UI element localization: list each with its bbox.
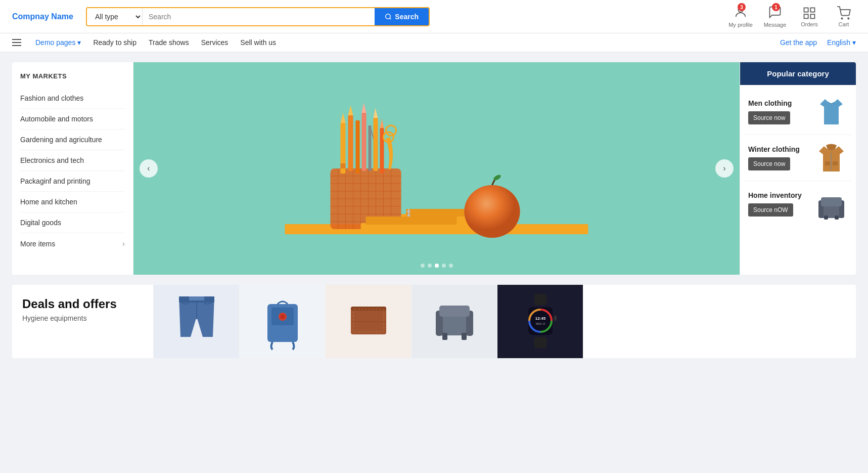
company-name[interactable]: Compnay Name — [12, 12, 78, 21]
nav-get-app[interactable]: Get the app — [780, 38, 817, 47]
carousel-prev-button[interactable]: ‹ — [140, 159, 158, 178]
carousel-dot-5[interactable] — [449, 264, 453, 268]
svg-rect-5 — [804, 14, 808, 18]
svg-rect-66 — [189, 296, 204, 300]
orders-icon — [802, 6, 816, 20]
popular-item-men-clothing: Men clothing Source now — [744, 89, 852, 135]
deal-product-chair[interactable] — [412, 285, 497, 358]
carousel-dot-2[interactable] — [428, 264, 432, 268]
popular-items-list: Men clothing Source now — [740, 85, 856, 231]
svg-rect-72 — [351, 307, 386, 311]
cart-icon — [837, 6, 851, 20]
men-clothing-name: Men clothing — [748, 99, 792, 107]
deals-header: Deals and offers Hygiene equipments — [12, 285, 154, 358]
market-item-home-kitchen[interactable]: Home and kitchen — [20, 192, 125, 212]
nav-sell-with-us[interactable]: Sell with us — [240, 38, 276, 47]
svg-point-0 — [386, 14, 390, 18]
svg-rect-78 — [439, 306, 470, 317]
deals-section: Deals and offers Hygiene equipments — [12, 285, 856, 358]
market-item-automobile[interactable]: Automobile and motors — [20, 109, 125, 130]
home-inventory-image — [815, 186, 848, 222]
markets-sidebar: MY MARKETS Fashion and clothes Automobil… — [12, 62, 133, 275]
profile-badge: 3 — [738, 3, 746, 11]
svg-rect-56 — [825, 161, 830, 165]
svg-rect-57 — [833, 161, 838, 165]
market-item-more[interactable]: More items › — [20, 233, 125, 254]
nav-language[interactable]: English ▾ — [827, 38, 856, 47]
svg-rect-75 — [438, 314, 471, 335]
svg-point-7 — [841, 18, 842, 19]
svg-rect-4 — [810, 8, 814, 12]
svg-rect-82 — [534, 337, 546, 348]
markets-title: MY MARKETS — [20, 72, 125, 80]
cart-button[interactable]: Cart — [832, 6, 856, 27]
hamburger-menu[interactable] — [12, 39, 21, 46]
nav-demo-pages[interactable]: Demo pages ▾ — [35, 38, 81, 47]
winter-clothing-name: Winter clothing — [748, 145, 800, 153]
header: Compnay Name All type Search 3 My profil… — [0, 0, 868, 33]
message-button[interactable]: 1 Message — [763, 5, 787, 28]
carousel-dots — [421, 264, 453, 268]
carousel-dot-3[interactable] — [435, 264, 439, 268]
market-item-fashion[interactable]: Fashion and clothes — [20, 88, 125, 109]
deal-product-watch[interactable]: 12:45 WED 14 — [497, 285, 583, 358]
svg-rect-39 — [341, 163, 346, 168]
deals-title: Deals and offers — [22, 297, 143, 311]
search-button[interactable]: Search — [375, 8, 429, 25]
deals-products: 12:45 WED 14 — [154, 285, 583, 358]
svg-rect-88 — [554, 316, 557, 321]
svg-rect-63 — [835, 216, 839, 220]
svg-rect-80 — [462, 333, 467, 340]
svg-rect-79 — [442, 333, 447, 340]
top-section: MY MARKETS Fashion and clothes Automobil… — [12, 62, 856, 275]
winter-clothing-source-button[interactable]: Source now — [748, 157, 790, 170]
search-bar: All type Search — [86, 7, 430, 26]
svg-point-70 — [280, 314, 285, 319]
nav-services[interactable]: Services — [201, 38, 229, 47]
orders-button[interactable]: Orders — [797, 6, 821, 27]
market-item-packaging[interactable]: Packaginf and printing — [20, 171, 125, 192]
popular-item-winter-clothing: Winter clothing Source now — [744, 135, 852, 181]
svg-rect-61 — [821, 197, 842, 206]
deal-product-jeans[interactable] — [154, 285, 240, 358]
svg-rect-6 — [810, 14, 814, 18]
nav-right: Get the app English ▾ — [780, 38, 856, 47]
deal-product-wallet[interactable] — [326, 285, 412, 358]
svg-text:12:45: 12:45 — [535, 316, 545, 321]
svg-point-19 — [465, 185, 520, 238]
market-item-electronics[interactable]: Electronics and tech — [20, 150, 125, 171]
svg-rect-42 — [356, 120, 360, 174]
svg-rect-81 — [534, 294, 546, 305]
main-content: MY MARKETS Fashion and clothes Automobil… — [0, 52, 868, 368]
carousel-next-button[interactable]: › — [715, 159, 734, 178]
men-clothing-image — [815, 94, 848, 130]
search-input[interactable] — [143, 8, 375, 25]
svg-rect-54 — [366, 217, 457, 225]
popular-panel: Popular category Men clothing Source now — [740, 62, 856, 275]
svg-text:WED 14: WED 14 — [535, 322, 545, 325]
home-inventory-name: Home inventory — [748, 191, 802, 199]
deal-product-bag[interactable] — [240, 285, 326, 358]
deals-subtitle: Hygiene equipments — [22, 314, 143, 322]
men-clothing-source-button[interactable]: Source now — [748, 111, 790, 124]
market-item-gardening[interactable]: Gardening and agriculture — [20, 130, 125, 150]
nav-ready-to-ship[interactable]: Ready to ship — [93, 38, 136, 47]
header-icons: 3 My profile 1 Message Orders — [728, 5, 856, 28]
home-inventory-source-button[interactable]: Source nOW — [748, 203, 793, 217]
svg-rect-40 — [348, 115, 353, 171]
search-type-select[interactable]: All type — [87, 8, 143, 25]
my-profile-button[interactable]: 3 My profile — [728, 5, 753, 28]
navbar: Demo pages ▾ Ready to ship Trade shows S… — [0, 33, 868, 52]
carousel-dot-1[interactable] — [421, 264, 425, 268]
svg-line-1 — [390, 18, 391, 19]
carousel-dot-4[interactable] — [442, 264, 446, 268]
popular-category-title: Popular category — [740, 62, 856, 85]
banner-carousel: ‹ › — [133, 62, 740, 275]
winter-clothing-image — [815, 140, 848, 176]
svg-rect-62 — [824, 216, 828, 220]
nav-trade-shows[interactable]: Trade shows — [149, 38, 189, 47]
svg-rect-45 — [369, 125, 372, 171]
market-item-digital[interactable]: Digital goods — [20, 212, 125, 233]
svg-point-14 — [407, 210, 410, 213]
svg-rect-43 — [362, 113, 367, 171]
